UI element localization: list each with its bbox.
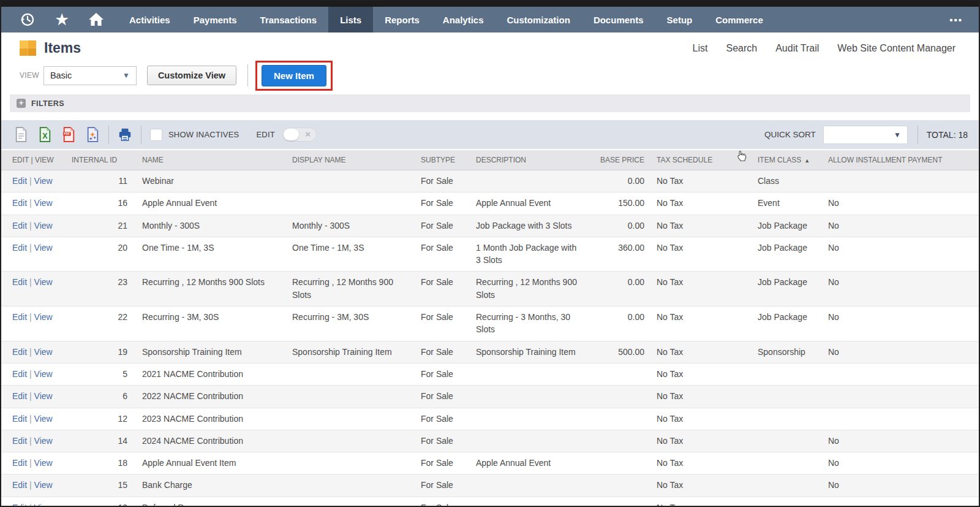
column-header-allow-installment-payment[interactable]: ALLOW INSTALLMENT PAYMENT [822, 150, 980, 170]
header-link-list[interactable]: List [693, 43, 708, 54]
tax-schedule-cell: No Tax [650, 307, 752, 341]
nav-item-reports[interactable]: Reports [373, 7, 431, 32]
item-class-cell: Sponsorship [752, 341, 822, 363]
edit-link[interactable]: Edit [12, 480, 27, 490]
allow-installment-cell: No [822, 475, 980, 497]
edit-link[interactable]: Edit [12, 391, 27, 401]
edit-toggle-group: EDIT × [256, 128, 316, 142]
table-row: Edit | View22Recurring - 3M, 30SRecurrin… [1, 307, 980, 341]
total-count: TOTAL: 18 [927, 130, 968, 140]
internal-id-cell: 20 [66, 237, 136, 272]
view-link[interactable]: View [34, 436, 53, 446]
column-header-tax-schedule[interactable]: TAX SCHEDULE [650, 150, 752, 170]
display-name-cell [286, 475, 415, 497]
nav-more-button[interactable]: ••• [933, 7, 979, 32]
nav-item-setup[interactable]: Setup [655, 7, 704, 32]
header-links: ListSearchAudit TrailWeb Site Content Ma… [693, 43, 960, 54]
base-price-cell [589, 363, 650, 385]
column-header-name[interactable]: NAME [136, 150, 286, 170]
edit-link[interactable]: Edit [12, 436, 27, 446]
nav-item-lists[interactable]: Lists [328, 7, 373, 32]
nav-item-commerce[interactable]: Commerce [704, 7, 775, 32]
excel-export-icon[interactable]: X [37, 127, 52, 143]
edit-link[interactable]: Edit [12, 414, 27, 424]
edit-link[interactable]: Edit [12, 312, 27, 322]
column-header-item-class[interactable]: ITEM CLASS▲ [752, 150, 822, 170]
nav-item-documents[interactable]: Documents [582, 7, 655, 32]
edit-label: EDIT [256, 130, 274, 139]
item-class-cell [752, 430, 822, 452]
new-item-button[interactable]: New Item [262, 65, 326, 86]
edit-link[interactable]: Edit [12, 347, 27, 357]
view-link[interactable]: View [34, 369, 53, 379]
print-icon[interactable] [118, 127, 132, 143]
edit-link[interactable]: Edit [12, 243, 27, 253]
nav-item-analytics[interactable]: Analytics [431, 7, 496, 32]
edit-view-cell: Edit | View [1, 341, 66, 363]
nav-item-customization[interactable]: Customization [496, 7, 582, 32]
edit-toggle[interactable]: × [282, 128, 317, 142]
view-link[interactable]: View [34, 243, 53, 253]
view-link[interactable]: View [34, 414, 53, 424]
view-link[interactable]: View [34, 458, 53, 468]
header-link-audit-trail[interactable]: Audit Trail [775, 43, 819, 54]
view-link[interactable]: View [34, 221, 53, 231]
home-icon[interactable] [87, 10, 105, 29]
show-inactives-checkbox[interactable] [150, 129, 162, 141]
base-price-cell: 360.00 [589, 237, 650, 272]
allow-installment-cell: No [822, 341, 980, 363]
nav-item-transactions[interactable]: Transactions [249, 7, 329, 32]
subtype-cell: For Sale [415, 272, 470, 307]
view-select[interactable]: Basic ▼ [43, 66, 137, 85]
edit-link[interactable]: Edit [12, 503, 27, 507]
view-link[interactable]: View [34, 198, 53, 208]
view-link[interactable]: View [34, 176, 53, 186]
edit-link[interactable]: Edit [12, 198, 27, 208]
subtype-cell: For Sale [415, 386, 470, 408]
word-export-icon[interactable] [85, 127, 100, 143]
allow-installment-cell: No [822, 430, 980, 452]
toolbar-divider [141, 126, 141, 144]
tax-schedule-cell: No Tax [650, 497, 752, 507]
header-link-web-site-content-manager[interactable]: Web Site Content Manager [837, 43, 956, 54]
customize-view-button[interactable]: Customize View [147, 66, 236, 85]
allow-installment-cell [822, 497, 980, 507]
internal-id-cell: 21 [66, 215, 136, 237]
view-link[interactable]: View [34, 480, 53, 490]
edit-link[interactable]: Edit [12, 277, 27, 287]
description-cell [470, 430, 589, 452]
base-price-cell [589, 497, 650, 507]
column-header-display-name[interactable]: DISPLAY NAME [286, 150, 415, 170]
nav-item-activities[interactable]: Activities [118, 7, 182, 32]
view-link[interactable]: View [34, 347, 53, 357]
display-name-cell [286, 408, 415, 430]
view-link[interactable]: View [34, 391, 53, 401]
view-link[interactable]: View [34, 503, 53, 507]
pdf-export-icon[interactable]: PDF [61, 127, 76, 143]
view-link[interactable]: View [34, 312, 53, 322]
quick-sort-select[interactable]: ▼ [823, 126, 908, 144]
csv-export-icon[interactable] [13, 127, 28, 143]
column-header-internal-id[interactable]: INTERNAL ID [66, 150, 136, 170]
edit-view-cell: Edit | View [1, 497, 66, 507]
table-row: Edit | View21Monthly - 300SMonthly - 300… [1, 215, 980, 237]
column-header-base-price[interactable]: BASE PRICE [589, 150, 650, 170]
edit-link[interactable]: Edit [12, 221, 27, 231]
favorites-icon[interactable]: ★ [53, 10, 71, 29]
recent-records-icon[interactable] [18, 10, 37, 29]
edit-link[interactable]: Edit [12, 176, 27, 186]
expand-filters-icon[interactable]: + [17, 99, 26, 108]
column-header-edit-view[interactable]: EDIT | VIEW [1, 150, 66, 170]
item-class-cell: Class [752, 170, 822, 193]
nav-item-payments[interactable]: Payments [182, 7, 249, 32]
column-header-description[interactable]: DESCRIPTION [470, 150, 589, 170]
filters-bar[interactable]: + FILTERS [10, 94, 970, 112]
view-link[interactable]: View [34, 277, 53, 287]
edit-link[interactable]: Edit [12, 369, 27, 379]
internal-id-cell: 12 [66, 408, 136, 430]
edit-view-separator: | [27, 480, 34, 490]
header-link-search[interactable]: Search [726, 43, 757, 54]
edit-link[interactable]: Edit [12, 458, 27, 468]
items-icon [20, 40, 36, 56]
column-header-subtype[interactable]: SUBTYPE [415, 150, 470, 170]
